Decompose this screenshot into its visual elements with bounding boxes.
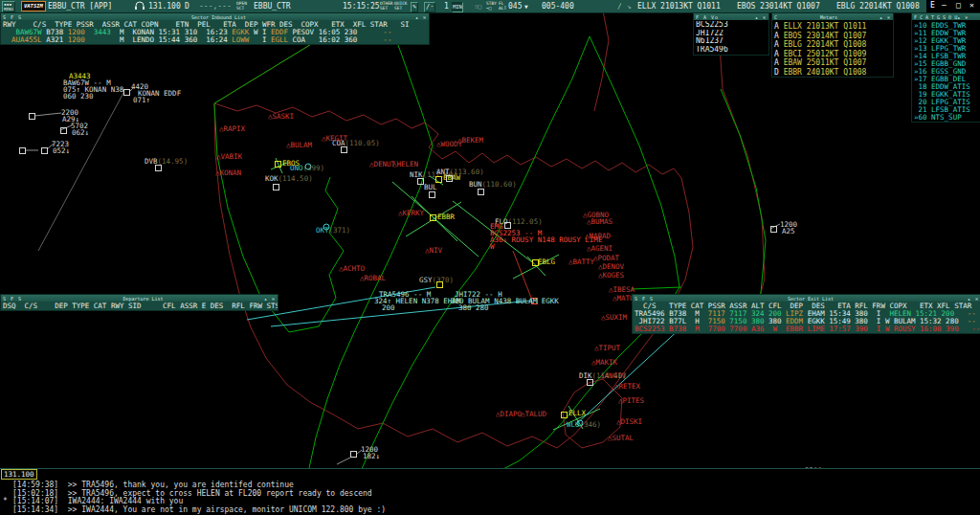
list-row[interactable]: A EBAW 25011KT Q1007 [772, 58, 893, 68]
aircraft-label[interactable]: W [490, 243, 495, 250]
list-row[interactable]: »14 LFSB_TWR [912, 53, 980, 60]
list-row[interactable]: »11 EDDW_TWR [912, 30, 980, 37]
metar-ellx[interactable]: ELLX 21013KT Q1011 [637, 2, 721, 11]
aircraft-target[interactable] [155, 165, 162, 171]
aircraft-label[interactable]: 062↓ [72, 129, 89, 136]
radar-scope[interactable]: △SASKI△RAPIX△KEGIT△BULAM△VABIK△KONAN△DEN… [0, 12, 980, 468]
headset-icon[interactable] [134, 1, 145, 13]
aircraft-target[interactable] [587, 379, 593, 386]
aircraft-target[interactable] [123, 89, 130, 96]
list-row[interactable]: BAW67W B738 1200 3443 M KONAN 15:31 310 … [1, 29, 429, 36]
list-row[interactable]: 21 LFSB_ATIS [912, 106, 980, 114]
aircraft-label[interactable]: A25 [782, 228, 795, 235]
aircraft-label[interactable]: 052↓ [53, 147, 70, 154]
open-sct-button[interactable]: OPENSCT [236, 1, 247, 11]
list-row[interactable]: A EBCI 25012KT Q1009 [772, 50, 893, 59]
aircraft-label[interactable]: 071↑ [133, 97, 150, 103]
aircraft-target[interactable] [436, 281, 443, 288]
aircraft-target[interactable] [429, 191, 435, 198]
aircraft-label[interactable]: A36↓ ROUSY N148 ROUSY LIME [490, 236, 602, 243]
aircraft-target[interactable] [561, 412, 568, 418]
aircraft-label[interactable]: 380 280 [458, 304, 489, 311]
panel-controls[interactable]: ▴ ✕ [968, 296, 979, 302]
aircraft-target[interactable] [770, 226, 777, 233]
list-row[interactable]: TRA5496 [694, 46, 768, 55]
aircraft-label[interactable]: 200 [382, 304, 395, 311]
menu-button[interactable]: ▪▪▪MENU [2, 1, 15, 12]
panel-buttons[interactable]: F A Vo [696, 14, 719, 20]
voice-mode[interactable]: D [185, 2, 189, 11]
list-row[interactable]: JHI722 [694, 30, 768, 38]
aircraft-target[interactable] [275, 161, 281, 168]
metar-ebos[interactable]: EBOS 23014KT Q1007 [737, 2, 820, 11]
station-button[interactable]: EBBU_CTR [APP] [48, 2, 112, 11]
stby-toggle[interactable]: STBY→□ [486, 1, 497, 11]
line-draw-icon[interactable]: ∕ [617, 2, 622, 11]
minimize-button[interactable]: — [942, 1, 947, 10]
aircraft-target[interactable] [60, 127, 67, 134]
aircraft-target[interactable] [29, 113, 35, 120]
panel-controls[interactable]: ▴ ✕ [755, 14, 767, 20]
quick-set-button[interactable]: QUICKSET [394, 1, 408, 11]
list-row[interactable]: N61237 [694, 37, 768, 46]
list-row[interactable]: D EBBR 24010KT Q1008 [772, 68, 893, 78]
aircraft-target[interactable] [417, 178, 424, 185]
list-row[interactable]: TRA5496 B738 M 7117 7117 324 200 LIPZ EH… [633, 310, 980, 318]
list-row[interactable]: »60 NTS_SUP [912, 114, 980, 122]
aircraft-target[interactable] [446, 175, 453, 182]
fl-alt-toggle[interactable]: FLALT [499, 1, 506, 11]
panel-controls[interactable]: ▴ ✕ [415, 14, 427, 20]
pencil-icon[interactable]: ✎ [411, 2, 418, 12]
ruler-icon[interactable]: ∕· [424, 2, 435, 12]
min-button[interactable]: MIN [452, 2, 463, 12]
altitude-filter-range[interactable]: 005-400 [542, 2, 574, 11]
list-row[interactable]: A ELLX 21013KT Q1011 [772, 22, 893, 32]
transition-altitude[interactable]: 045 [508, 2, 522, 11]
maximize-button[interactable]: □ [956, 1, 961, 10]
list-row[interactable]: »10 EDDS_TWR [912, 22, 980, 30]
list-row[interactable]: JHI722 B77L H 7150 7150 380 380 EDDM EGK… [633, 318, 980, 325]
list-row[interactable]: A EBOS 23014KT Q1007 [772, 32, 893, 41]
list-row[interactable]: 19 EGKK_ATIS [912, 91, 980, 99]
list-row[interactable]: BCS2253 [694, 21, 768, 30]
aircraft-target[interactable] [478, 189, 484, 195]
sector-file-name[interactable]: EBBU_CTR [254, 2, 291, 11]
metar-eblg[interactable]: EBLG 22014KT Q1008 [836, 2, 920, 11]
other-set-button[interactable]: OTHERSET [380, 1, 393, 11]
panel-buttons[interactable]: S F S [635, 296, 654, 302]
close-button[interactable]: ✕ [969, 1, 974, 10]
panel-buttons[interactable]: S F S [3, 296, 22, 302]
dotted-square-icon[interactable]: ∷□ [475, 2, 481, 11]
list-row[interactable]: »17 EGBB_DEL [912, 76, 980, 83]
aircraft-target[interactable] [19, 147, 26, 154]
list-row[interactable]: 20 LFPG_ATIS [912, 99, 980, 106]
secondary-frequency[interactable]: ---,--- [199, 2, 232, 11]
aircraft-target[interactable] [350, 451, 357, 458]
panel-controls[interactable]: ▴ ✕ [880, 14, 891, 20]
list-row[interactable]: A EBLG 22014KT Q1008 [772, 40, 893, 50]
list-row[interactable]: »15 EGBB_GND [912, 60, 980, 68]
primary-frequency[interactable]: 131.100 [148, 2, 181, 11]
list-row[interactable]: »12 EGKK_TWR [912, 37, 980, 45]
panel-controls[interactable]: ▴ ✕ [957, 14, 969, 20]
list-row[interactable]: BCS2253 B738 M 7700 7700 A36 W EBBR LIME… [633, 325, 980, 333]
aircraft-target[interactable] [504, 222, 511, 229]
panel-buttons[interactable]: S F S [3, 14, 22, 20]
aircraft-target[interactable] [41, 147, 48, 154]
list-row[interactable]: »13 LFPG_TWR [912, 45, 980, 53]
altitude-filter-icon[interactable]: ▼ [524, 2, 528, 11]
list-row[interactable]: »16 EGSS_GND [912, 68, 980, 76]
aircraft-target[interactable] [532, 259, 539, 266]
aircraft-target[interactable] [341, 146, 347, 153]
aircraft-label[interactable]: 182↓ [363, 453, 380, 459]
panel-buttons[interactable]: F C A T G S O U [914, 14, 957, 20]
aircraft-label[interactable]: 060 230 [63, 93, 94, 100]
list-row[interactable]: AUA455L A321 1200 M LENDO 15:44 360 16:2… [1, 36, 429, 44]
aircraft-target[interactable] [273, 184, 279, 190]
range-rings-value[interactable]: 1 [444, 2, 449, 11]
chat-frequency-tab[interactable]: 131.100 [1, 469, 37, 480]
aircraft-target[interactable] [430, 214, 436, 221]
arrow-icon[interactable]: ↘ [627, 2, 632, 11]
list-row[interactable]: 18 EDDW_ATIS [912, 83, 980, 91]
aircraft-target[interactable] [435, 176, 442, 183]
